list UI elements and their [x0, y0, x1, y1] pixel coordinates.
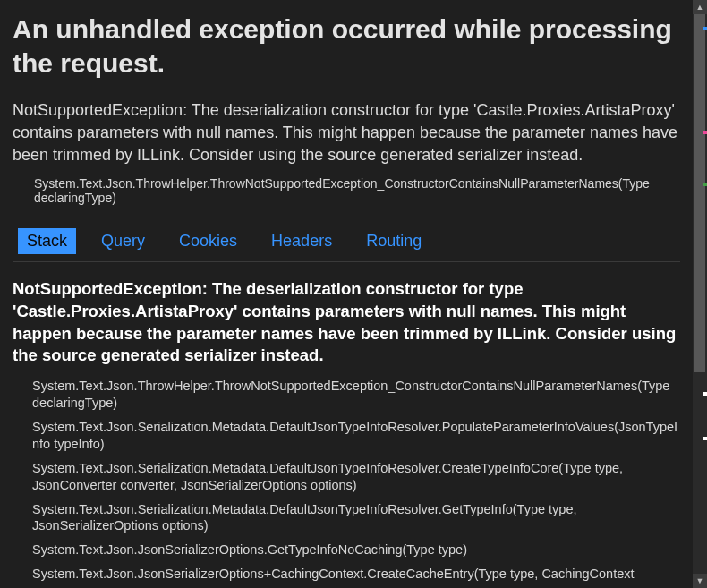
viewport: An unhandled exception occurred while pr…	[0, 0, 707, 588]
vertical-scrollbar[interactable]: ▲ ▼	[693, 0, 707, 588]
stack-frame[interactable]: System.Text.Json.Serialization.Metadata.…	[32, 419, 680, 453]
stack-frame[interactable]: System.Text.Json.Serialization.Metadata.…	[32, 501, 680, 535]
stack-frame[interactable]: System.Text.Json.Serialization.Metadata.…	[32, 460, 680, 494]
tab-bar: Stack Query Cookies Headers Routing	[13, 223, 680, 262]
exception-summary-frame: System.Text.Json.ThrowHelper.ThrowNotSup…	[13, 176, 680, 205]
page-scroll-area: An unhandled exception occurred while pr…	[0, 0, 693, 588]
tab-stack[interactable]: Stack	[18, 228, 76, 254]
tab-cookies[interactable]: Cookies	[170, 228, 246, 254]
scroll-down-button[interactable]: ▼	[693, 574, 707, 588]
chevron-down-icon: ▼	[696, 576, 704, 585]
stack-frame[interactable]: System.Text.Json.JsonSerializerOptions.G…	[32, 541, 680, 558]
scrollbar-track[interactable]	[693, 14, 707, 574]
tab-routing[interactable]: Routing	[357, 228, 430, 254]
page-title: An unhandled exception occurred while pr…	[13, 13, 680, 80]
chevron-up-icon: ▲	[696, 3, 704, 12]
scrollbar-thumb[interactable]	[694, 14, 705, 372]
stack-frame[interactable]: System.Text.Json.ThrowHelper.ThrowNotSup…	[32, 378, 680, 412]
scroll-up-button[interactable]: ▲	[693, 0, 707, 14]
stack-exception-heading: NotSupportedException: The deserializati…	[13, 278, 680, 368]
stack-frame-list: System.Text.Json.ThrowHelper.ThrowNotSup…	[13, 378, 680, 582]
exception-summary: NotSupportedException: The deserializati…	[13, 99, 680, 167]
tab-headers[interactable]: Headers	[262, 228, 341, 254]
tab-query[interactable]: Query	[92, 228, 154, 254]
stack-frame[interactable]: System.Text.Json.JsonSerializerOptions+C…	[32, 566, 680, 583]
error-page: An unhandled exception occurred while pr…	[0, 0, 693, 588]
